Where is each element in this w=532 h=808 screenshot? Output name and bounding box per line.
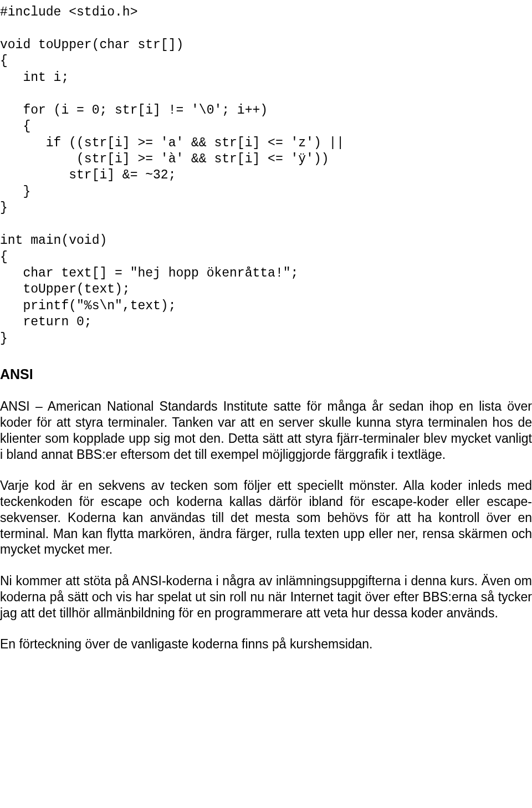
document-page: #include <stdio.h> void toUpper(char str… [0, 0, 532, 674]
code-line: return 0; [0, 315, 92, 329]
code-line: int main(void) [0, 233, 107, 248]
code-line: } [0, 185, 30, 199]
paragraph: En förteckning över de vanligaste kodern… [0, 636, 532, 652]
code-line: { [0, 54, 8, 68]
code-line: { [0, 119, 30, 134]
code-line: { [0, 250, 8, 264]
code-line: } [0, 331, 8, 346]
code-block: #include <stdio.h> void toUpper(char str… [0, 4, 532, 347]
code-line: toUpper(text); [0, 282, 130, 296]
code-line: printf("%s\n",text); [0, 299, 176, 313]
section-heading: ANSI [0, 366, 532, 383]
code-line: void toUpper(char str[]) [0, 38, 183, 52]
code-line: str[i] &= ~32; [0, 168, 176, 182]
code-line: for (i = 0; str[i] != '\0'; i++) [0, 103, 268, 117]
code-line: #include <stdio.h> [0, 5, 137, 19]
code-line: if ((str[i] >= 'a' && str[i] <= 'z') || [0, 136, 344, 150]
code-line: int i; [0, 70, 69, 85]
code-line: (str[i] >= 'à' && str[i] <= 'ÿ')) [0, 152, 329, 166]
paragraph: Ni kommer att stöta på ANSI-koderna i nå… [0, 573, 532, 621]
code-line: } [0, 201, 8, 215]
paragraph: Varje kod är en sekvens av tecken som fö… [0, 478, 532, 558]
code-line: char text[] = "hej hopp ökenråtta!"; [0, 266, 298, 280]
paragraph: ANSI – American National Standards Insti… [0, 398, 532, 462]
